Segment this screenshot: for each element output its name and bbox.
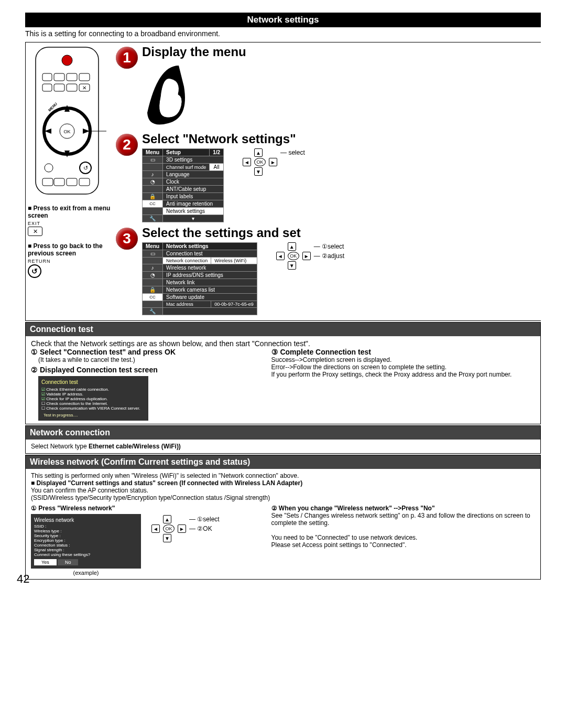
network-settings-menu: MenuNetwork settings ▭Connection test Ne… bbox=[142, 242, 257, 315]
cc-icon: CC bbox=[143, 200, 163, 208]
connection-test-header: Connection test bbox=[26, 323, 540, 336]
svg-text:↺: ↺ bbox=[83, 165, 88, 171]
svg-point-19 bbox=[45, 164, 53, 172]
yes-button[interactable]: Yes bbox=[34, 559, 57, 565]
return-instruction: ■ Press to go back to the previous scree… bbox=[28, 242, 112, 278]
clock-icon: ◔ bbox=[143, 272, 163, 279]
svg-rect-4 bbox=[67, 73, 77, 81]
svg-rect-3 bbox=[54, 73, 64, 81]
connection-test-screen: Connection test ☑ Check Ethernet cable c… bbox=[38, 376, 148, 421]
exit-icon: ✕ bbox=[28, 227, 42, 236]
nav-diagram-step2: ▲— select ◄OK► ▼ bbox=[240, 147, 308, 177]
svg-rect-8 bbox=[67, 84, 77, 91]
picture-icon: ▭ bbox=[143, 250, 163, 258]
wireless-network-header: Wireless network (Confirm Current settin… bbox=[26, 455, 540, 469]
conn-test-intro: Check that the Network settings are as s… bbox=[31, 339, 535, 348]
press-finger-illustration bbox=[142, 60, 200, 129]
setup-menu: MenuSetup1/2 ▭3D settings Channel surf m… bbox=[142, 148, 224, 222]
no-button[interactable]: No bbox=[58, 559, 79, 565]
network-connection-header: Network connection bbox=[26, 426, 540, 440]
lock-icon: 🔒 bbox=[143, 193, 163, 200]
step2-title: Select "Network settings" bbox=[142, 132, 308, 146]
section-header: Network settings bbox=[25, 13, 541, 27]
step-3: 3 Select the settings and set MenuNetwor… bbox=[116, 226, 539, 315]
intro-text: This is a setting for connecting to a br… bbox=[25, 27, 541, 42]
svg-rect-2 bbox=[42, 73, 52, 81]
wrench-icon: 🔧 bbox=[143, 308, 163, 315]
svg-rect-23 bbox=[54, 178, 64, 186]
step-2: 2 Select "Network settings" MenuSetup1/2… bbox=[116, 132, 539, 222]
wireless-network-screen: Wireless network SSID : Wireless type : … bbox=[31, 514, 141, 569]
steps-column: 1 Display the menu 2 Select "Network set… bbox=[116, 45, 539, 318]
clock-icon: ◔ bbox=[143, 178, 163, 186]
return-icon: ↺ bbox=[28, 264, 41, 278]
cc-icon: CC bbox=[143, 294, 163, 301]
svg-rect-25 bbox=[79, 178, 90, 186]
svg-point-1 bbox=[62, 55, 72, 66]
nav-diagram-step3: ▲— ①select ◄OK►— ②adjust ▼ bbox=[273, 241, 347, 271]
note-icon: ♪ bbox=[143, 264, 163, 272]
svg-text:✕: ✕ bbox=[82, 85, 86, 91]
note-icon: ♪ bbox=[143, 171, 163, 178]
remote-column: ✕ OK MENU ↺ ■ Press to exit from a menu … bbox=[28, 45, 112, 318]
page-number: 42 bbox=[17, 572, 29, 586]
exit-instruction: ■ Press to exit from a menu screen EXIT … bbox=[28, 205, 112, 236]
step-1: 1 Display the menu bbox=[116, 45, 539, 129]
remote-illustration: ✕ OK MENU ↺ bbox=[28, 45, 106, 197]
svg-rect-24 bbox=[67, 178, 77, 186]
wrench-icon: 🔧 bbox=[143, 215, 163, 222]
picture-icon: ▭ bbox=[143, 156, 163, 164]
svg-rect-7 bbox=[54, 84, 64, 91]
lock-icon: 🔒 bbox=[143, 286, 163, 294]
nav-diagram-wireless: ▲— ①select ◄OK►— ②OK ▼ bbox=[148, 514, 223, 543]
svg-rect-6 bbox=[42, 84, 52, 91]
svg-text:OK: OK bbox=[63, 129, 70, 134]
step3-title: Select the settings and set bbox=[142, 226, 347, 240]
step1-title: Display the menu bbox=[142, 45, 246, 59]
svg-rect-22 bbox=[42, 178, 53, 186]
svg-rect-5 bbox=[79, 73, 90, 81]
